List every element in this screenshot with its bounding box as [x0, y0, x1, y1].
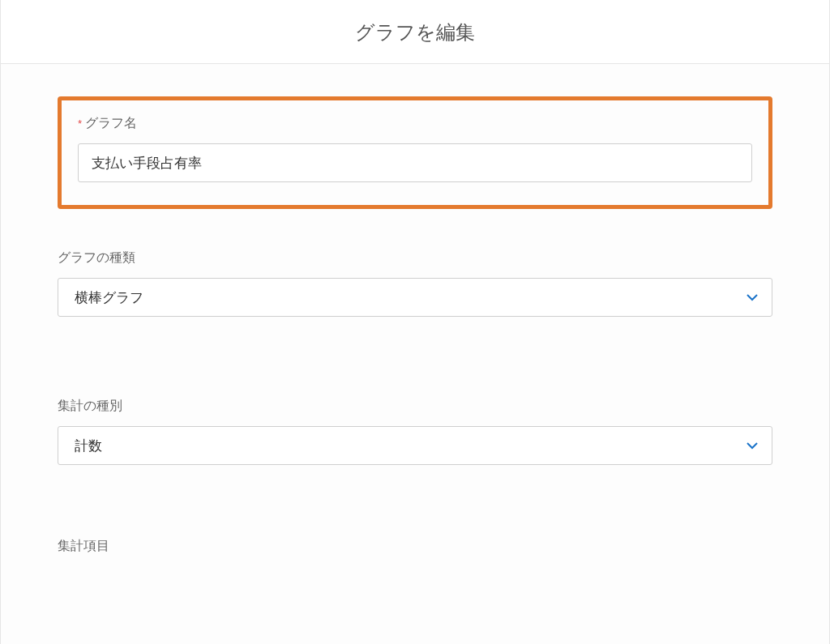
- aggregation-field-label: 集計項目: [58, 538, 772, 555]
- spacer: [58, 514, 772, 538]
- chart-type-label: グラフの種類: [58, 249, 772, 267]
- chart-type-section: グラフの種類 横棒グラフ: [58, 249, 772, 317]
- graph-name-input[interactable]: [78, 143, 752, 182]
- dialog-title: グラフを編集: [1, 0, 829, 63]
- aggregation-type-label: 集計の種別: [58, 398, 772, 415]
- graph-name-label-text: グラフ名: [85, 115, 137, 132]
- overflow-spacer: [58, 566, 772, 644]
- aggregation-field-section: 集計項目: [58, 538, 772, 555]
- chart-type-value: 横棒グラフ: [58, 278, 772, 317]
- edit-graph-dialog: グラフを編集 * グラフ名 グラフの種類 横棒グラフ: [0, 0, 830, 644]
- graph-name-highlight: * グラフ名: [58, 96, 772, 209]
- spacer: [58, 365, 772, 398]
- required-mark-icon: *: [78, 117, 82, 130]
- chart-type-select[interactable]: 横棒グラフ: [58, 278, 772, 317]
- aggregation-type-value: 計数: [58, 426, 772, 465]
- dialog-body-wrap: * グラフ名 グラフの種類 横棒グラフ 集計の種別: [1, 63, 829, 644]
- graph-name-label: * グラフ名: [78, 115, 752, 132]
- dialog-body-scroll[interactable]: * グラフ名 グラフの種類 横棒グラフ 集計の種別: [1, 64, 829, 644]
- aggregation-type-section: 集計の種別 計数: [58, 398, 772, 465]
- aggregation-type-select[interactable]: 計数: [58, 426, 772, 465]
